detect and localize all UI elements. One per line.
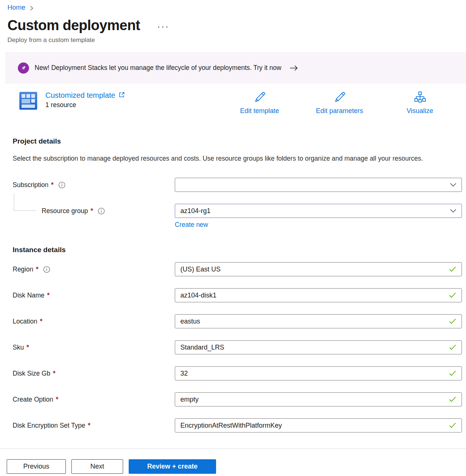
disk-size-field[interactable]: 32 <box>175 366 462 380</box>
template-icon <box>19 91 38 112</box>
edit-template-button[interactable]: Edit template <box>234 90 286 115</box>
info-icon[interactable] <box>58 181 65 189</box>
chevron-down-icon[interactable] <box>450 183 456 187</box>
valid-check-icon <box>449 344 456 350</box>
customized-template-link[interactable]: Customized template <box>45 91 115 100</box>
resource-group-label: Resource group * <box>13 207 175 215</box>
chevron-down-icon[interactable] <box>450 209 456 213</box>
sku-value: Standard_LRS <box>180 344 446 351</box>
previous-button[interactable]: Previous <box>7 459 66 474</box>
disk-size-value: 32 <box>180 370 446 377</box>
edit-parameters-label: Edit parameters <box>316 107 363 115</box>
info-icon[interactable] <box>43 266 50 273</box>
visualize-button[interactable]: Visualize <box>394 90 446 115</box>
required-marker: * <box>56 396 58 403</box>
info-icon[interactable] <box>98 208 105 215</box>
disk-name-label: Disk Name * <box>13 292 175 299</box>
region-label: Region * <box>13 266 175 273</box>
location-field[interactable]: eastus <box>175 314 462 328</box>
location-value: eastus <box>180 318 446 325</box>
deployment-stacks-banner[interactable]: New! Deployment Stacks let you manage th… <box>5 52 466 84</box>
edit-parameters-button[interactable]: Edit parameters <box>314 90 366 115</box>
valid-check-icon <box>449 370 456 376</box>
disk-name-value: az104-disk1 <box>180 292 446 299</box>
footer-bar: Previous Next Review + create <box>0 448 466 476</box>
page-title: Custom deployment <box>7 17 140 34</box>
required-marker: * <box>26 344 29 351</box>
required-marker: * <box>40 318 42 325</box>
breadcrumb-home-link[interactable]: Home <box>7 4 25 12</box>
valid-check-icon <box>449 422 456 428</box>
banner-text: New! Deployment Stacks let you manage th… <box>35 64 281 72</box>
disk-encryption-set-type-field[interactable]: EncryptionAtRestWithPlatformKey <box>175 418 462 432</box>
review-create-button[interactable]: Review + create <box>129 459 216 474</box>
sku-label: Sku * <box>13 344 175 351</box>
valid-check-icon <box>449 292 456 298</box>
external-link-icon <box>118 91 125 100</box>
page-subtitle: Deploy from a custom template <box>0 36 466 44</box>
more-options-button[interactable]: ··· <box>157 19 170 32</box>
visualize-label: Visualize <box>406 107 433 115</box>
create-option-field[interactable]: empty <box>175 392 462 406</box>
disk-encryption-set-type-value: EncryptionAtRestWithPlatformKey <box>180 422 446 430</box>
pencil-icon <box>234 90 286 104</box>
location-label: Location * <box>13 318 175 325</box>
sku-field[interactable]: Standard_LRS <box>175 340 462 354</box>
next-button[interactable]: Next <box>71 459 123 474</box>
project-details-heading: Project details <box>0 137 466 145</box>
create-new-link[interactable]: Create new <box>175 221 208 228</box>
breadcrumb: Home <box>0 0 466 12</box>
disk-name-field[interactable]: az104-disk1 <box>175 288 462 302</box>
required-marker: * <box>36 266 38 273</box>
resource-count: 1 resource <box>45 101 125 109</box>
required-marker: * <box>53 370 55 377</box>
required-marker: * <box>47 292 50 299</box>
subscription-dropdown[interactable] <box>175 178 462 192</box>
rocket-icon <box>18 62 29 74</box>
subscription-label: Subscription * <box>13 181 175 189</box>
valid-check-icon <box>449 266 456 272</box>
resource-group-value: az104-rg1 <box>180 207 447 215</box>
create-option-label: Create Option * <box>13 396 175 403</box>
instance-details-heading: Instance details <box>0 246 466 254</box>
arrow-right-icon <box>290 65 298 71</box>
valid-check-icon <box>449 396 456 402</box>
chevron-right-icon <box>30 6 33 11</box>
required-marker: * <box>88 422 90 430</box>
project-details-description: Select the subscription to manage deploy… <box>0 153 439 164</box>
required-marker: * <box>91 207 93 215</box>
resource-group-dropdown[interactable]: az104-rg1 <box>175 204 462 218</box>
region-field[interactable]: (US) East US <box>175 262 462 276</box>
required-marker: * <box>51 181 54 189</box>
org-chart-icon <box>394 90 446 104</box>
region-value: (US) East US <box>180 266 446 273</box>
disk-size-label: Disk Size Gb * <box>13 370 175 377</box>
field-indent-connector <box>14 193 36 211</box>
pencil-icon <box>314 90 366 104</box>
edit-template-label: Edit template <box>240 107 279 115</box>
disk-encryption-set-type-label: Disk Encryption Set Type * <box>13 422 175 430</box>
create-option-value: empty <box>180 396 446 403</box>
valid-check-icon <box>449 318 456 324</box>
